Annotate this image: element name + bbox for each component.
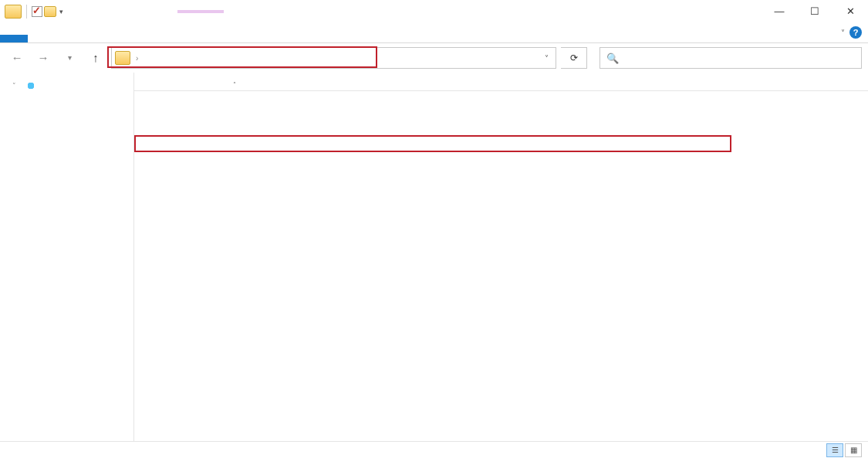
address-bar[interactable]: › ˅ [111, 47, 556, 69]
view-large-icons-button[interactable]: ▦ [845, 443, 862, 457]
back-button[interactable]: ← [6, 49, 28, 67]
quick-access-toolbar: ▾ [0, 5, 69, 19]
search-icon: 🔍 [600, 53, 625, 64]
file-list-pane[interactable]: ˄ [134, 73, 868, 441]
file-tab[interactable] [0, 35, 28, 42]
address-folder-icon [115, 51, 130, 65]
search-input[interactable] [625, 53, 861, 63]
qat-customize-caret[interactable]: ▾ [58, 8, 65, 15]
qat-properties-icon[interactable] [32, 6, 42, 17]
search-box[interactable]: 🔍 [599, 47, 862, 69]
column-headers: ˄ [134, 73, 868, 91]
status-selection [17, 445, 33, 456]
recent-locations-caret[interactable]: ▾ [59, 49, 80, 67]
close-button[interactable]: ✕ [833, 0, 868, 23]
maximize-button[interactable]: ☐ [797, 0, 833, 23]
ribbon-collapse-caret[interactable]: ˅ [841, 29, 845, 37]
expand-caret-icon[interactable]: ˅ [12, 82, 20, 90]
up-button[interactable]: ↑ [85, 49, 106, 67]
minimize-button[interactable]: — [762, 0, 797, 23]
title-bar: ▾ — ☐ ✕ [0, 0, 868, 23]
navigation-pane[interactable]: ˅ [0, 73, 134, 441]
nav-toolbar: ← → ▾ ↑ › ˅ ⟳ 🔍 [0, 43, 868, 73]
star-icon [25, 80, 37, 91]
qat-newfolder-icon[interactable] [44, 6, 56, 17]
ribbon-tab-context[interactable] [93, 35, 114, 42]
sidebar-quick-access[interactable]: ˅ [5, 77, 133, 94]
forward-button[interactable]: → [32, 49, 54, 67]
view-details-button[interactable]: ☰ [826, 443, 843, 457]
qat-sep [26, 5, 27, 19]
sort-asc-icon: ˄ [233, 81, 236, 88]
explorer-icon[interactable] [5, 5, 22, 19]
ribbon-tab[interactable] [28, 35, 49, 42]
contextual-tab-header [177, 10, 224, 13]
ribbon-tab[interactable] [49, 35, 71, 42]
status-bar: ☰ ▦ [0, 441, 868, 458]
address-dropdown-caret[interactable]: ˅ [537, 54, 556, 63]
help-icon[interactable]: ? [849, 26, 862, 39]
ribbon-tabs: ˅ ? [0, 23, 868, 43]
contextual-tab [177, 10, 224, 13]
crumb-root-caret[interactable]: › [133, 54, 140, 63]
ribbon-tab[interactable] [71, 35, 93, 42]
refresh-button[interactable]: ⟳ [561, 47, 587, 69]
